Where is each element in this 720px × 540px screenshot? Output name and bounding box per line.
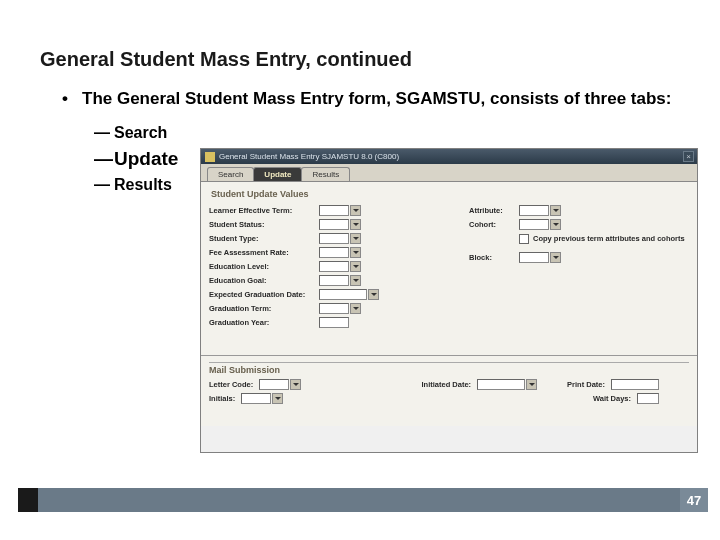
- graduation-year-input[interactable]: [319, 317, 349, 328]
- block-input[interactable]: [519, 252, 549, 263]
- field-label: Student Type:: [209, 234, 319, 243]
- app-icon: [205, 152, 215, 162]
- field-label: Fee Assessment Rate:: [209, 248, 319, 257]
- field-label: Learner Effective Term:: [209, 206, 319, 215]
- footer-band: 47: [18, 488, 708, 512]
- education-level-input[interactable]: [319, 261, 349, 272]
- chevron-down-icon[interactable]: [350, 233, 361, 244]
- learner-term-input[interactable]: [319, 205, 349, 216]
- bullet-dot-icon: •: [62, 88, 82, 111]
- field-learner-effective-term: Learner Effective Term:: [209, 204, 449, 217]
- footer-square-icon: [18, 488, 38, 512]
- student-status-input[interactable]: [319, 219, 349, 230]
- copy-prev-label: Copy previous term attributes and cohort…: [533, 234, 685, 243]
- mail-submission-panel: Mail Submission Letter Code: Initiated D…: [201, 356, 697, 426]
- field-label: Graduation Year:: [209, 318, 319, 327]
- print-date-input[interactable]: [611, 379, 659, 390]
- field-graduation-term: Graduation Term:: [209, 302, 449, 315]
- calendar-icon[interactable]: [368, 289, 379, 300]
- tab-results[interactable]: Results: [301, 167, 350, 181]
- initials-input[interactable]: [241, 393, 271, 404]
- field-label: Letter Code:: [209, 380, 259, 389]
- attribute-input[interactable]: [519, 205, 549, 216]
- field-copy-prev: Copy previous term attributes and cohort…: [519, 232, 689, 245]
- field-label: Education Goal:: [209, 276, 319, 285]
- field-education-goal: Education Goal:: [209, 274, 449, 287]
- bullet-text: The General Student Mass Entry form, SGA…: [82, 88, 680, 111]
- field-label: Graduation Term:: [209, 304, 319, 313]
- chevron-down-icon[interactable]: [350, 247, 361, 258]
- dash-icon: —: [94, 121, 114, 145]
- field-label: Student Status:: [209, 220, 319, 229]
- tab-search[interactable]: Search: [207, 167, 254, 181]
- page-number: 47: [680, 488, 708, 512]
- chevron-down-icon[interactable]: [350, 261, 361, 272]
- field-label: Expected Graduation Date:: [209, 290, 319, 299]
- chevron-down-icon[interactable]: [290, 379, 301, 390]
- field-label: Attribute:: [469, 206, 519, 215]
- window-titlebar: General Student Mass Entry SJAMSTU 8.0 (…: [201, 149, 697, 164]
- mail-section-title: Mail Submission: [209, 362, 689, 377]
- chevron-down-icon[interactable]: [350, 219, 361, 230]
- dash-icon: —: [94, 145, 114, 174]
- update-panel: Student Update Values Learner Effective …: [201, 182, 697, 356]
- window-title-text: General Student Mass Entry SJAMSTU 8.0 (…: [219, 152, 399, 161]
- copy-prev-checkbox[interactable]: [519, 234, 529, 244]
- chevron-down-icon[interactable]: [350, 205, 361, 216]
- chevron-down-icon[interactable]: [550, 219, 561, 230]
- field-label: Print Date:: [567, 380, 611, 389]
- dash-icon: —: [94, 173, 114, 197]
- field-label: Wait Days:: [593, 394, 637, 403]
- app-window: General Student Mass Entry SJAMSTU 8.0 (…: [200, 148, 698, 453]
- field-fee-assessment-rate: Fee Assessment Rate:: [209, 246, 449, 259]
- chevron-down-icon[interactable]: [272, 393, 283, 404]
- field-cohort: Cohort:: [469, 218, 689, 231]
- chevron-down-icon[interactable]: [550, 252, 561, 263]
- mail-row-2: Initials: Wait Days:: [209, 391, 689, 405]
- field-label: Cohort:: [469, 220, 519, 229]
- chevron-down-icon[interactable]: [350, 275, 361, 286]
- bullet-main: • The General Student Mass Entry form, S…: [62, 88, 680, 111]
- field-student-type: Student Type:: [209, 232, 449, 245]
- student-type-input[interactable]: [319, 233, 349, 244]
- chevron-down-icon[interactable]: [550, 205, 561, 216]
- slide-title: General Student Mass Entry, continued: [40, 48, 412, 71]
- tab-update[interactable]: Update: [253, 167, 302, 181]
- field-label: Initiated Date:: [421, 380, 477, 389]
- tab-bar: Search Update Results: [201, 164, 697, 182]
- field-expected-graduation-date: Expected Graduation Date:: [209, 288, 449, 301]
- close-icon[interactable]: ×: [683, 151, 694, 162]
- field-label: Block:: [469, 253, 519, 262]
- left-column: Learner Effective Term: Student Status: …: [209, 204, 449, 330]
- expected-grad-date-input[interactable]: [319, 289, 367, 300]
- field-label: Education Level:: [209, 262, 319, 271]
- field-attribute: Attribute:: [469, 204, 689, 217]
- sub-label: Update: [114, 145, 178, 174]
- field-block: Block:: [469, 251, 689, 264]
- education-goal-input[interactable]: [319, 275, 349, 286]
- field-label: Initials:: [209, 394, 241, 403]
- sub-label: Results: [114, 173, 172, 197]
- field-student-status: Student Status:: [209, 218, 449, 231]
- field-education-level: Education Level:: [209, 260, 449, 273]
- sub-item-search: — Search: [94, 121, 680, 145]
- chevron-down-icon[interactable]: [350, 303, 361, 314]
- calendar-icon[interactable]: [526, 379, 537, 390]
- initiated-date-input[interactable]: [477, 379, 525, 390]
- wait-days-input[interactable]: [637, 393, 659, 404]
- mail-row-1: Letter Code: Initiated Date: Print Date:: [209, 377, 689, 391]
- cohort-input[interactable]: [519, 219, 549, 230]
- graduation-term-input[interactable]: [319, 303, 349, 314]
- letter-code-input[interactable]: [259, 379, 289, 390]
- field-graduation-year: Graduation Year:: [209, 316, 449, 329]
- fee-rate-input[interactable]: [319, 247, 349, 258]
- sub-label: Search: [114, 121, 167, 145]
- right-column: Attribute: Cohort: Copy previous term at…: [449, 204, 689, 330]
- section-title: Student Update Values: [209, 186, 689, 204]
